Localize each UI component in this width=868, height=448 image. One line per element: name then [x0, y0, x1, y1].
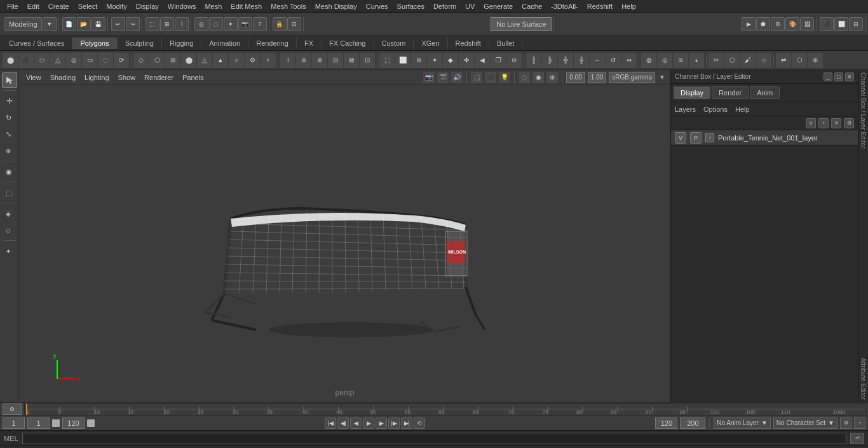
- panel-maximize-btn[interactable]: □: [834, 72, 843, 81]
- bevel-btn[interactable]: ⬧: [689, 53, 704, 68]
- layer-new-icon[interactable]: +: [818, 118, 829, 128]
- menu-surfaces[interactable]: Surfaces: [393, 1, 429, 11]
- bridge2-btn[interactable]: ⬜: [395, 53, 410, 68]
- paint-btn[interactable]: ✦: [224, 17, 238, 31]
- anim-extra-btn[interactable]: +: [854, 417, 865, 429]
- boolean-btn[interactable]: ⊗: [312, 53, 327, 68]
- relax-btn[interactable]: ⊹: [756, 53, 771, 68]
- vp-light-btn[interactable]: 💡: [499, 72, 510, 83]
- next-key-btn[interactable]: |▶: [388, 417, 400, 429]
- menu-curves[interactable]: Curves: [362, 1, 393, 11]
- rpanel-menu-options[interactable]: Options: [703, 105, 728, 113]
- layer-color-swatch[interactable]: /: [705, 133, 714, 142]
- magnet-btn[interactable]: 🔒: [273, 17, 287, 31]
- layer-p-btn[interactable]: P: [690, 132, 702, 144]
- ipr-btn[interactable]: ⬟: [756, 17, 770, 31]
- pyramid-btn[interactable]: ▲: [213, 53, 228, 68]
- merge-btn[interactable]: ⊛: [411, 53, 426, 68]
- anim-settings-btn[interactable]: ⚙: [840, 417, 851, 429]
- lasso-btn[interactable]: ◌: [209, 17, 223, 31]
- hypershade-btn[interactable]: 🎨: [785, 17, 799, 31]
- tab-rendering[interactable]: Rendering: [248, 37, 297, 49]
- cone-btn[interactable]: △: [50, 53, 65, 68]
- target-weld-btn[interactable]: ✦: [427, 53, 442, 68]
- menu-select[interactable]: Select: [74, 1, 102, 11]
- symmetrize-btn[interactable]: ⬡: [792, 53, 807, 68]
- curve-tool-btn[interactable]: ⌇: [280, 53, 295, 68]
- timeline-options[interactable]: ⚙: [3, 404, 22, 415]
- sphere-btn[interactable]: ⬤: [3, 53, 18, 68]
- save-file-btn[interactable]: 💾: [92, 17, 105, 31]
- menu-windows[interactable]: Windows: [163, 1, 201, 11]
- connect-btn[interactable]: ╬: [558, 53, 573, 68]
- vp-audio-btn[interactable]: 🔊: [451, 72, 463, 83]
- vp-film-btn[interactable]: 🎬: [437, 72, 449, 83]
- extrude-btn[interactable]: ⬚: [379, 53, 395, 68]
- multicut-btn[interactable]: ✂: [709, 53, 724, 68]
- move-tool-btn[interactable]: ✛: [2, 93, 17, 109]
- bridge-btn[interactable]: ⊟: [328, 53, 343, 68]
- quad-draw-btn[interactable]: ⬡: [724, 53, 740, 68]
- timeline-cursor[interactable]: [26, 404, 27, 415]
- tab-bullet[interactable]: Bullet: [489, 37, 523, 49]
- menu-mesh-tools[interactable]: Mesh Tools: [266, 1, 310, 11]
- rpanel-tab-anim[interactable]: Anim: [750, 86, 780, 99]
- more-shapes-btn[interactable]: +: [261, 53, 276, 68]
- layer-v-btn[interactable]: V: [675, 132, 686, 144]
- show-manip-btn[interactable]: ⬚: [2, 185, 17, 200]
- tab-rigging[interactable]: Rigging: [162, 37, 201, 49]
- reduce-btn[interactable]: ⊡: [360, 53, 375, 68]
- crease-btn[interactable]: ≋: [673, 53, 688, 68]
- tab-redshift[interactable]: Redshift: [448, 37, 489, 49]
- lighting-menu[interactable]: Lighting: [81, 72, 112, 83]
- grid-btn[interactable]: ⊞: [165, 53, 180, 68]
- duplicate-face-btn[interactable]: ❒: [491, 53, 506, 68]
- wedge-btn[interactable]: ◀: [475, 53, 490, 68]
- open-file-btn[interactable]: 📂: [77, 17, 91, 31]
- renderer-menu[interactable]: Renderer: [141, 72, 177, 83]
- menu-file[interactable]: File: [3, 1, 23, 11]
- render-settings-btn[interactable]: ⚙: [771, 17, 785, 31]
- live-surface-btn[interactable]: No Live Surface: [491, 17, 552, 31]
- frame-current-input[interactable]: [27, 417, 50, 429]
- insert-edge-btn[interactable]: ║: [526, 53, 541, 68]
- layer-delete-icon[interactable]: ✕: [831, 118, 841, 128]
- timeline-ruler[interactable]: 1 5 10 15 20 25 30 35 40 45 50 55 60 65 …: [24, 403, 865, 416]
- disc-btn[interactable]: ◌: [98, 53, 113, 68]
- smooth-btn[interactable]: ◍: [641, 53, 656, 68]
- menu-3dtall[interactable]: -3DtoAll-: [546, 1, 583, 11]
- vp-colorspace-arrow[interactable]: ▼: [658, 74, 667, 81]
- frame-end-range-input[interactable]: [655, 417, 677, 429]
- menu-modify[interactable]: Modify: [102, 1, 131, 11]
- select-mode-btn[interactable]: ⬚: [146, 17, 159, 31]
- prev-frame-btn[interactable]: ◀: [350, 417, 362, 429]
- vp-display-btn[interactable]: ⊕: [546, 72, 558, 83]
- goto-start-btn[interactable]: |◀: [325, 417, 336, 429]
- menu-help[interactable]: Help: [617, 1, 641, 11]
- playback-speed-input[interactable]: [62, 417, 85, 429]
- universal-manip-btn[interactable]: ⊕: [2, 143, 17, 158]
- next-frame-btn[interactable]: ▶: [376, 417, 387, 429]
- viewport-canvas[interactable]: WILSON: [19, 85, 670, 402]
- vp-scale-value[interactable]: 1.00: [588, 72, 606, 83]
- tab-animation[interactable]: Animation: [201, 37, 248, 49]
- extract-btn[interactable]: ⊖: [506, 53, 522, 68]
- spin-btn[interactable]: ↺: [606, 53, 621, 68]
- layout-1-btn[interactable]: ⬛: [820, 17, 834, 31]
- tolerance-btn[interactable]: ⊕: [808, 53, 823, 68]
- pipe-btn[interactable]: ○: [229, 53, 244, 68]
- torus-btn[interactable]: ◎: [66, 53, 81, 68]
- helix-btn[interactable]: ⟳: [114, 53, 129, 68]
- mel-run-btn[interactable]: ⏎: [850, 433, 864, 444]
- vp-camera-value[interactable]: 0.00: [566, 72, 585, 83]
- menu-redshift[interactable]: Redshift: [583, 1, 617, 11]
- mirror-btn[interactable]: ⇌: [776, 53, 791, 68]
- layer-settings-icon[interactable]: ⚙: [844, 118, 854, 128]
- soft-select-btn[interactable]: ◎: [194, 17, 208, 31]
- vp-cam-btn[interactable]: 📷: [423, 72, 435, 83]
- render-view-btn[interactable]: 🖼: [800, 17, 814, 31]
- panel-close-btn[interactable]: ✕: [845, 72, 854, 81]
- gear-btn[interactable]: ⚙: [245, 53, 260, 68]
- snap-grid-btn[interactable]: ⊞: [160, 17, 174, 31]
- flip-btn[interactable]: ↔: [590, 53, 605, 68]
